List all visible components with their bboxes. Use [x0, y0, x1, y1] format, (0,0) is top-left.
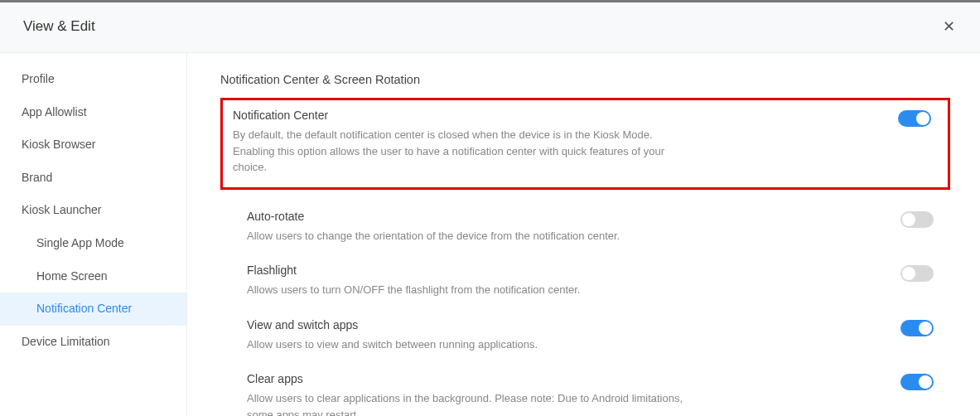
toggle-flashlight[interactable] [900, 265, 934, 282]
sidebar-item-kiosk-launcher[interactable]: Kiosk Launcher [0, 194, 186, 227]
toggle-notification-center[interactable] [898, 110, 931, 127]
toggle-knob [902, 267, 915, 280]
sidebar-item-brand[interactable]: Brand [0, 162, 186, 195]
sidebar-item-device-limitation[interactable]: Device Limitation [0, 326, 186, 359]
toggle-knob [916, 112, 929, 125]
section-title: Notification Center & Screen Rotation [220, 73, 950, 86]
setting-flashlight: Flashlight Allows users to turn ON/OFF t… [220, 257, 950, 312]
sidebar-item-label: Single App Mode [36, 236, 124, 249]
sidebar-item-profile[interactable]: Profile [0, 63, 186, 96]
setting-clear-apps: Clear apps Allow users to clear applicat… [220, 365, 950, 416]
setting-label: Notification Center [233, 109, 697, 122]
page-title: View & Edit [23, 18, 95, 35]
setting-text: Clear apps Allow users to clear applicat… [247, 372, 711, 416]
sidebar-item-home-screen[interactable]: Home Screen [0, 260, 186, 293]
toggle-knob [919, 322, 932, 335]
sidebar-item-label: Device Limitation [22, 335, 110, 348]
setting-text: Notification Center By default, the defa… [233, 109, 697, 176]
setting-text: Auto-rotate Allow users to change the or… [247, 210, 620, 244]
sidebar-item-label: Brand [22, 171, 52, 184]
sidebar-item-label: Profile [22, 72, 55, 85]
toggle-clear-apps[interactable] [900, 374, 934, 390]
setting-view-switch-apps: View and switch apps Allow users to view… [220, 312, 950, 366]
body: Profile App Allowlist Kiosk Browser Bran… [0, 53, 980, 416]
sidebar-item-label: App Allowlist [22, 105, 87, 119]
setting-desc: By default, the default notification cen… [233, 127, 697, 176]
sidebar-item-label: Kiosk Launcher [22, 203, 102, 216]
sidebar-item-single-app-mode[interactable]: Single App Mode [0, 227, 186, 260]
toggle-knob [919, 375, 932, 389]
toggle-view-switch-apps[interactable] [900, 320, 934, 336]
sidebar-item-label: Notification Center [36, 302, 132, 315]
setting-notification-center: Notification Center By default, the defa… [220, 98, 950, 190]
setting-text: Flashlight Allows users to turn ON/OFF t… [247, 264, 580, 298]
close-icon[interactable]: ✕ [936, 14, 962, 39]
sidebar-item-label: Kiosk Browser [22, 138, 95, 151]
sidebar-item-notification-center[interactable]: Notification Center [0, 293, 186, 326]
setting-desc: Allow users to change the orientation of… [247, 228, 620, 244]
sidebar-item-label: Home Screen [36, 269, 108, 283]
content: Notification Center & Screen Rotation No… [187, 53, 980, 416]
setting-label: View and switch apps [247, 318, 538, 331]
setting-desc: Allow users to view and switch between r… [247, 336, 538, 353]
setting-label: Flashlight [247, 264, 580, 277]
setting-label: Clear apps [247, 372, 711, 385]
toggle-knob [902, 213, 915, 226]
setting-auto-rotate: Auto-rotate Allow users to change the or… [220, 203, 950, 258]
setting-desc: Allow users to clear applications in the… [247, 390, 711, 416]
setting-text: View and switch apps Allow users to view… [247, 318, 538, 353]
header: View & Edit ✕ [0, 2, 980, 53]
setting-desc: Allows users to turn ON/OFF the flashlig… [247, 282, 580, 298]
toggle-auto-rotate[interactable] [900, 211, 934, 228]
sidebar: Profile App Allowlist Kiosk Browser Bran… [0, 53, 187, 416]
sidebar-item-kiosk-browser[interactable]: Kiosk Browser [0, 128, 186, 162]
setting-label: Auto-rotate [247, 210, 620, 223]
sidebar-item-app-allowlist[interactable]: App Allowlist [0, 96, 186, 129]
